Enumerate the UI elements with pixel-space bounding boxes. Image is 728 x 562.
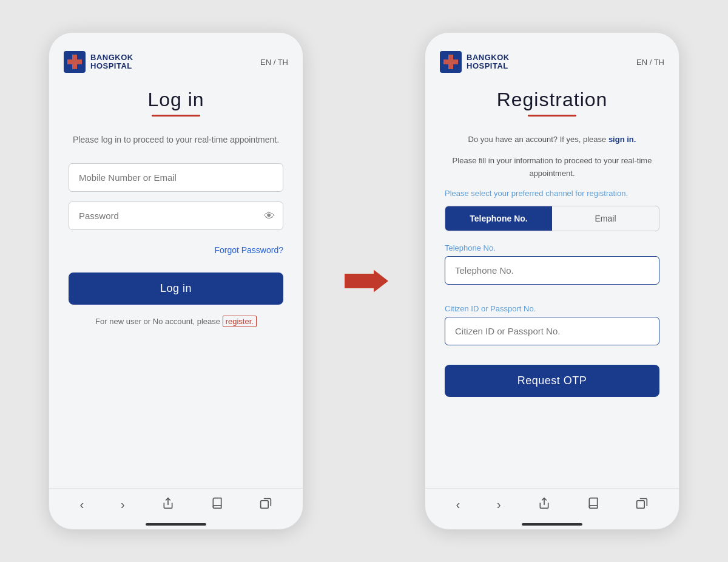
login-screen: BANGKOK HOSPITAL EN / TH Log in Please l… [49, 32, 303, 530]
telephone-field-group: Telephone No. [445, 243, 659, 294]
reg-home-indicator [522, 523, 582, 526]
reg-logo-text: BANGKOK HOSPITAL [467, 53, 510, 71]
login-content: Log in Please log in to proceed to your … [49, 83, 303, 488]
logo-line1: BANGKOK [90, 53, 133, 62]
citizen-field-group: Citizen ID or Passport No. [445, 304, 659, 355]
forward-nav-icon[interactable]: › [121, 498, 125, 512]
logo-line2: HOSPITAL [90, 62, 133, 70]
sign-in-link[interactable]: sign in. [608, 135, 636, 144]
register-prompt: For new user or No account, please regis… [69, 317, 283, 326]
sign-in-prefix: Do you have an account? If yes, please [468, 135, 608, 144]
login-subtitle: Please log in to proceed to your real-ti… [69, 134, 283, 146]
language-switcher[interactable]: EN / TH [260, 58, 288, 67]
share-nav-icon[interactable] [162, 497, 174, 512]
reg-back-nav-icon[interactable]: ‹ [456, 498, 460, 512]
svg-rect-3 [72, 55, 77, 69]
reg-title-underline [528, 115, 576, 117]
back-nav-icon[interactable]: ‹ [79, 498, 84, 512]
reg-content: Registration Do you have an account? If … [425, 83, 679, 488]
reg-logo-line1: BANGKOK [467, 53, 510, 62]
sign-in-prompt: Do you have an account? If yes, please s… [445, 134, 659, 146]
password-field-group: 👁 [69, 201, 283, 230]
title-underline [152, 115, 200, 117]
svg-rect-7 [261, 501, 269, 509]
mobile-input[interactable] [69, 163, 283, 192]
login-title: Log in [69, 89, 283, 111]
svg-rect-14 [453, 59, 458, 64]
reg-header: BANGKOK HOSPITAL EN / TH [425, 33, 679, 83]
citizen-input[interactable] [445, 317, 659, 345]
svg-rect-5 [77, 59, 82, 64]
logo-text: BANGKOK HOSPITAL [90, 53, 133, 71]
eye-toggle-icon[interactable]: 👁 [264, 209, 275, 222]
svg-rect-12 [448, 55, 453, 69]
home-indicator [146, 523, 206, 526]
forgot-password-link-area: Forgot Password? [69, 245, 283, 256]
reg-logo-line2: HOSPITAL [467, 62, 510, 70]
navigation-arrow [340, 269, 388, 293]
logo: BANGKOK HOSPITAL [64, 51, 133, 73]
book-nav-icon[interactable] [211, 497, 223, 512]
reg-logo-icon [440, 51, 462, 73]
mobile-field-group [69, 163, 283, 192]
reg-language-switcher[interactable]: EN / TH [636, 58, 664, 67]
otp-button[interactable]: Request OTP [445, 365, 659, 397]
reg-title: Registration [445, 89, 659, 111]
email-channel-btn[interactable]: Email [552, 206, 659, 231]
register-link[interactable]: register. [223, 316, 257, 327]
telephone-input[interactable] [445, 256, 659, 285]
reg-forward-nav-icon[interactable]: › [497, 498, 501, 512]
channel-toggle-group: Telephone No. Email [445, 206, 659, 231]
reg-tabs-nav-icon[interactable] [636, 497, 648, 512]
reg-bottom-nav: ‹ › [425, 488, 679, 518]
tabs-nav-icon[interactable] [260, 497, 272, 512]
password-input[interactable] [69, 201, 283, 230]
channel-prompt: Please select your preferred channel for… [445, 188, 659, 199]
citizen-field-label: Citizen ID or Passport No. [445, 304, 659, 313]
svg-rect-4 [67, 59, 72, 64]
bottom-nav: ‹ › [49, 488, 303, 518]
reg-logo: BANGKOK HOSPITAL [440, 51, 510, 73]
login-button[interactable]: Log in [69, 273, 283, 305]
register-prefix-text: For new user or No account, please [95, 317, 223, 326]
reg-share-nav-icon[interactable] [538, 497, 550, 512]
fill-info-text: Please fill in your information to proce… [445, 155, 659, 180]
telephone-field-label: Telephone No. [445, 243, 659, 252]
password-wrapper: 👁 [69, 201, 283, 230]
login-header: BANGKOK HOSPITAL EN / TH [49, 33, 303, 83]
svg-marker-8 [345, 270, 388, 293]
svg-rect-16 [637, 501, 645, 509]
telephone-channel-btn[interactable]: Telephone No. [445, 206, 552, 231]
forgot-password-link[interactable]: Forgot Password? [214, 245, 283, 255]
svg-rect-13 [443, 59, 448, 64]
registration-screen: BANGKOK HOSPITAL EN / TH Registration Do… [425, 32, 679, 530]
bangkok-hospital-logo-icon [64, 51, 86, 73]
reg-book-nav-icon[interactable] [587, 497, 599, 512]
